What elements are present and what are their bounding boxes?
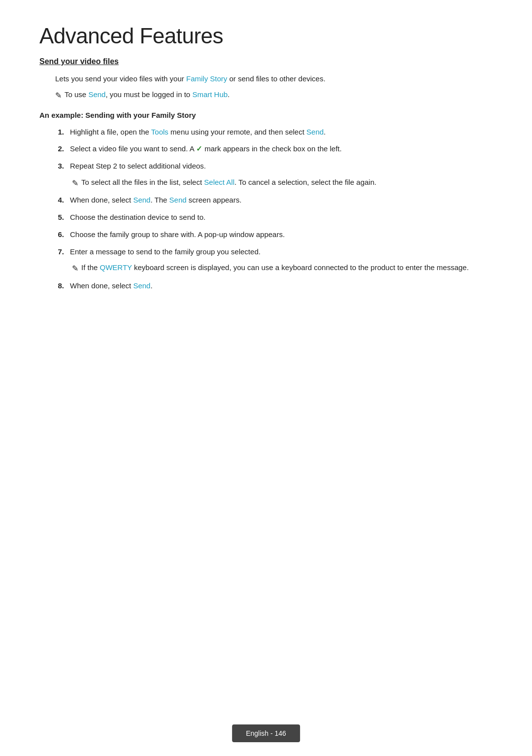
- example-heading: An example: Sending with your Family Sto…: [39, 111, 493, 119]
- step-content-5: Choose the destination device to send to…: [70, 211, 493, 224]
- step-6: 6. Choose the family group to share with…: [55, 229, 493, 241]
- step-1: 1. Highlight a file, open the Tools menu…: [55, 126, 493, 138]
- step-content-4: When done, select Send. The Send screen …: [70, 194, 493, 206]
- steps-list: 1. Highlight a file, open the Tools menu…: [55, 126, 493, 292]
- step-number-2: 2.: [55, 143, 64, 155]
- step-3-note-icon: ✎: [72, 177, 78, 190]
- note-line: ✎ To use Send, you must be logged in to …: [55, 89, 493, 102]
- intro-text: Lets you send your video files with your…: [55, 73, 493, 85]
- send-link-8[interactable]: Send: [133, 281, 150, 290]
- send-link-4b[interactable]: Send: [169, 196, 187, 204]
- send-link-note[interactable]: Send: [88, 90, 105, 99]
- select-all-link[interactable]: Select All: [204, 178, 234, 186]
- step-number-7: 7.: [55, 246, 64, 258]
- step-2: 2. Select a video file you want to send.…: [55, 143, 493, 155]
- step-number-1: 1.: [55, 126, 64, 138]
- step-3: 3. Repeat Step 2 to select additional vi…: [55, 160, 493, 189]
- qwerty-link[interactable]: QWERTY: [100, 263, 132, 272]
- step-3-note-text: To select all the files in the list, sel…: [81, 176, 376, 188]
- step-content-2: Select a video file you want to send. A …: [70, 143, 493, 155]
- step-8: 8. When done, select Send.: [55, 280, 493, 292]
- note-icon: ✎: [55, 89, 62, 102]
- page-title: Advanced Features: [39, 24, 493, 48]
- step-7-note-text: If the QWERTY keyboard screen is display…: [81, 262, 469, 274]
- step-number-5: 5.: [55, 211, 64, 224]
- section-heading: Send your video files: [39, 57, 493, 66]
- family-story-link[interactable]: Family Story: [186, 74, 227, 83]
- footer-badge: English - 146: [232, 724, 300, 742]
- smart-hub-link[interactable]: Smart Hub: [192, 90, 228, 99]
- step-number-6: 6.: [55, 229, 64, 241]
- step-content-8: When done, select Send.: [70, 280, 493, 292]
- checkmark-icon: ✓: [196, 144, 202, 153]
- step-7-note: ✎ If the QWERTY keyboard screen is displ…: [72, 262, 493, 275]
- step-5: 5. Choose the destination device to send…: [55, 211, 493, 224]
- step-4: 4. When done, select Send. The Send scre…: [55, 194, 493, 206]
- step-content-6: Choose the family group to share with. A…: [70, 229, 493, 241]
- footer: English - 146: [232, 724, 300, 742]
- send-link-1[interactable]: Send: [306, 128, 324, 136]
- step-7-note-icon: ✎: [72, 262, 78, 275]
- step-3-note: ✎ To select all the files in the list, s…: [72, 176, 493, 190]
- step-number-8: 8.: [55, 280, 64, 292]
- step-content-1: Highlight a file, open the Tools menu us…: [70, 126, 493, 138]
- step-number-3: 3.: [55, 160, 64, 172]
- note-text: To use Send, you must be logged in to Sm…: [65, 89, 230, 101]
- step-content-7: Enter a message to send to the family gr…: [70, 246, 493, 275]
- tools-link[interactable]: Tools: [151, 128, 168, 136]
- step-7: 7. Enter a message to send to the family…: [55, 246, 493, 275]
- step-number-4: 4.: [55, 194, 64, 206]
- step-content-3: Repeat Step 2 to select additional video…: [70, 160, 493, 189]
- send-link-4a[interactable]: Send: [133, 196, 150, 204]
